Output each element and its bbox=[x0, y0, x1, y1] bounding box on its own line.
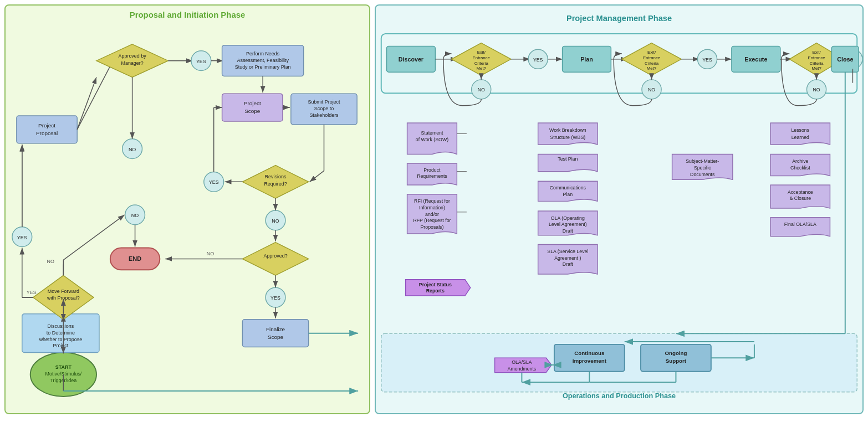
svg-text:Documents: Documents bbox=[690, 172, 715, 177]
svg-text:Project Management Phase: Project Management Phase bbox=[566, 14, 672, 23]
svg-text:Scope: Scope bbox=[244, 108, 261, 114]
svg-text:Discussions: Discussions bbox=[48, 323, 74, 329]
svg-text:and/or: and/or bbox=[425, 212, 439, 217]
svg-text:Final OLA/SLA: Final OLA/SLA bbox=[784, 222, 816, 227]
svg-text:Perform Needs: Perform Needs bbox=[246, 51, 280, 56]
svg-text:Execute: Execute bbox=[744, 56, 767, 63]
svg-text:Draft: Draft bbox=[563, 261, 574, 267]
svg-text:YES: YES bbox=[209, 179, 219, 185]
svg-text:Project: Project bbox=[53, 343, 68, 348]
svg-text:Improvement: Improvement bbox=[573, 358, 607, 364]
svg-text:NO: NO bbox=[207, 251, 214, 256]
svg-text:of Work (SOW): of Work (SOW) bbox=[416, 137, 448, 142]
svg-text:& Closure: & Closure bbox=[790, 195, 811, 201]
svg-line-37 bbox=[77, 77, 96, 129]
svg-text:RFP (Request for: RFP (Request for bbox=[413, 218, 451, 223]
svg-text:Discover: Discover bbox=[399, 56, 424, 63]
svg-text:Support: Support bbox=[666, 358, 687, 364]
svg-text:NO: NO bbox=[47, 259, 54, 264]
svg-text:Entrance: Entrance bbox=[808, 55, 825, 60]
svg-text:Proposals): Proposals) bbox=[421, 224, 444, 230]
svg-text:NO: NO bbox=[813, 87, 820, 92]
svg-text:Information): Information) bbox=[419, 205, 445, 210]
svg-text:Met?: Met? bbox=[811, 66, 821, 71]
svg-text:Criteria: Criteria bbox=[810, 61, 824, 66]
svg-text:START: START bbox=[55, 364, 72, 370]
svg-text:Structure (WBS): Structure (WBS) bbox=[550, 135, 585, 140]
svg-text:Project: Project bbox=[38, 122, 55, 128]
svg-text:Project Status: Project Status bbox=[419, 282, 452, 287]
svg-text:Operations and Production Phas: Operations and Production Phase bbox=[563, 392, 676, 400]
svg-text:Reports: Reports bbox=[426, 288, 445, 294]
svg-text:OLA/SLA: OLA/SLA bbox=[512, 359, 532, 365]
svg-text:Exit/: Exit/ bbox=[477, 50, 486, 55]
svg-text:Plan: Plan bbox=[580, 56, 593, 63]
svg-text:Entrance: Entrance bbox=[473, 55, 490, 60]
svg-text:Proposal: Proposal bbox=[36, 130, 58, 136]
svg-text:Scope: Scope bbox=[268, 334, 284, 340]
svg-text:YES: YES bbox=[196, 59, 206, 64]
svg-text:Met?: Met? bbox=[477, 66, 487, 71]
svg-text:Revisions: Revisions bbox=[265, 174, 287, 179]
svg-text:Plan: Plan bbox=[563, 192, 573, 197]
right-panel: Project Management Phase Discover Exit/ … bbox=[375, 4, 864, 414]
left-panel: Proposal and Initiation Phase START Moti… bbox=[4, 4, 370, 414]
svg-text:Test Plan: Test Plan bbox=[558, 156, 578, 162]
svg-text:Entrance: Entrance bbox=[643, 55, 660, 60]
svg-text:YES: YES bbox=[533, 57, 543, 63]
svg-line-62 bbox=[310, 171, 324, 182]
svg-text:Manager?: Manager? bbox=[121, 60, 143, 66]
svg-text:NO: NO bbox=[478, 87, 485, 92]
svg-text:Learned: Learned bbox=[792, 135, 809, 140]
svg-text:Scope to: Scope to bbox=[314, 106, 334, 111]
svg-line-33 bbox=[77, 61, 113, 130]
svg-text:Project: Project bbox=[244, 100, 261, 106]
svg-text:Statement: Statement bbox=[421, 130, 443, 136]
svg-rect-98 bbox=[381, 34, 857, 93]
svg-text:YES: YES bbox=[702, 57, 712, 63]
svg-text:SLA (Service Level: SLA (Service Level bbox=[547, 249, 588, 254]
svg-text:Study or Preliminary Plan: Study or Preliminary Plan bbox=[235, 64, 291, 70]
svg-text:Agreement ): Agreement ) bbox=[554, 255, 581, 261]
svg-text:Amendments: Amendments bbox=[508, 366, 537, 372]
svg-text:Assessment, Feasibility: Assessment, Feasibility bbox=[237, 58, 289, 63]
svg-text:Subject-Matter-: Subject-Matter- bbox=[686, 158, 719, 164]
svg-text:Draft: Draft bbox=[563, 228, 574, 234]
svg-text:Acceptance: Acceptance bbox=[788, 189, 813, 195]
svg-text:Lessons: Lessons bbox=[791, 127, 809, 133]
svg-text:OLA (Operating: OLA (Operating bbox=[551, 215, 585, 221]
svg-text:NO: NO bbox=[648, 87, 655, 92]
svg-text:Approved?: Approved? bbox=[263, 253, 287, 259]
svg-text:YES: YES bbox=[270, 295, 280, 301]
svg-text:Requirements: Requirements bbox=[417, 173, 447, 179]
svg-text:Ongoing: Ongoing bbox=[665, 350, 687, 356]
svg-text:RFI (Request for: RFI (Request for bbox=[414, 198, 450, 204]
svg-text:Met?: Met? bbox=[647, 66, 657, 71]
svg-text:Criteria: Criteria bbox=[645, 61, 659, 66]
svg-text:Product: Product bbox=[423, 167, 441, 173]
svg-text:Approved by: Approved by bbox=[119, 53, 147, 59]
svg-text:Stakeholders: Stakeholders bbox=[309, 112, 339, 118]
svg-text:Continuous: Continuous bbox=[574, 350, 605, 356]
svg-text:Communications: Communications bbox=[550, 185, 586, 191]
svg-text:YES: YES bbox=[17, 235, 27, 240]
svg-text:Archive: Archive bbox=[792, 158, 808, 164]
svg-text:Checklist: Checklist bbox=[790, 165, 810, 171]
svg-text:NO: NO bbox=[129, 147, 136, 152]
svg-text:Exit/: Exit/ bbox=[812, 50, 821, 55]
main-container: Proposal and Initiation Phase START Moti… bbox=[0, 0, 868, 422]
svg-text:to Determine: to Determine bbox=[47, 330, 75, 336]
svg-text:NO: NO bbox=[272, 218, 279, 224]
svg-text:Level Agreement): Level Agreement) bbox=[549, 222, 587, 227]
svg-text:Exit/: Exit/ bbox=[647, 50, 656, 55]
svg-text:NO: NO bbox=[131, 213, 139, 218]
svg-text:whether to Propose: whether to Propose bbox=[39, 337, 83, 342]
svg-text:Specific: Specific bbox=[694, 165, 711, 171]
svg-text:YES: YES bbox=[27, 290, 37, 295]
svg-text:Work Breakdown: Work Breakdown bbox=[549, 127, 586, 133]
svg-text:Submit Project: Submit Project bbox=[308, 99, 340, 105]
left-phase-title: Proposal and Initiation Phase bbox=[130, 11, 246, 19]
svg-text:Finalize: Finalize bbox=[266, 326, 285, 332]
svg-text:Criteria: Criteria bbox=[474, 61, 489, 66]
svg-text:END: END bbox=[129, 255, 141, 262]
